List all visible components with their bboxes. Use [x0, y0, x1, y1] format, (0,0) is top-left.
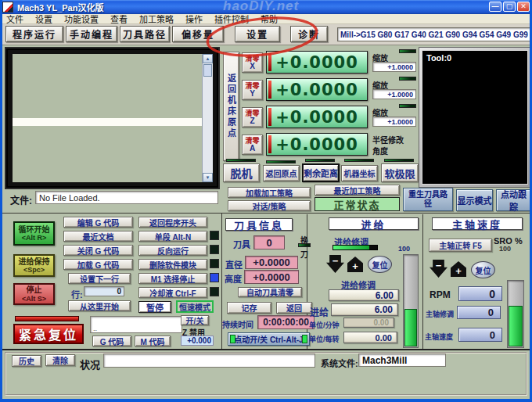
coolant-button[interactable]: 冷却液 Ctrl-F [138, 287, 207, 298]
estop-led [15, 316, 79, 321]
set-next-line-button[interactable]: 设置下一行 [68, 273, 131, 284]
feed-value[interactable]: 6.00 [331, 303, 398, 316]
ref-all-home-button[interactable]: 返回机床原点 [223, 52, 239, 161]
rpm-value[interactable]: 0 [458, 286, 502, 301]
cycle-start-button[interactable]: 循环开始 <Alt R> [13, 221, 55, 246]
reverse-run-button[interactable]: 反向运行 [138, 245, 207, 256]
machine-coords-button[interactable]: 机器坐标 [341, 165, 378, 181]
units-per-rev-value[interactable]: 0.00 [343, 332, 397, 343]
tool-dia-field[interactable]: +0.0000 [245, 256, 298, 269]
menu-item-wizards[interactable]: 加工策略 [139, 13, 174, 25]
dro-a[interactable]: +0.0000 [266, 133, 368, 156]
z-inhibit-value[interactable]: +0.000 [181, 336, 214, 346]
m1-optional-stop-button[interactable]: M1 选择停止 [138, 273, 207, 284]
scroll-down-icon[interactable]: ▼ [203, 173, 213, 182]
auto-tool-zero-button[interactable]: 自动刀具清零 [238, 287, 302, 297]
spindle-decrease-icon[interactable]: − [430, 260, 448, 278]
remember-button[interactable]: 记存 [227, 302, 271, 314]
spindle-override-value[interactable]: 0 [457, 306, 501, 319]
offline-button[interactable]: 脱机 [223, 163, 260, 182]
menu-item-config[interactable]: 设置 [35, 13, 52, 25]
jog-toggle-button[interactable]: 点动开/关 Ctrl-Alt-J [228, 332, 310, 346]
tab-toolpath[interactable]: 刀具路径 [120, 26, 170, 42]
zero-y-button[interactable]: 清零 Y [242, 80, 263, 100]
minimize-icon[interactable]: — [489, 2, 501, 12]
feed-hold-button[interactable]: 进给保持 <Spc> [13, 254, 55, 277]
feed-decrease-icon[interactable]: − [326, 255, 344, 273]
tab-offsets[interactable]: 偏移量 [172, 26, 224, 42]
recent-files-button[interactable]: 最近文档 [63, 231, 133, 242]
scrollbar-thumb[interactable] [203, 64, 212, 77]
edit-gcode-button[interactable]: 编辑 G 代码 [63, 217, 133, 228]
menu-item-file[interactable]: 文件 [6, 13, 23, 25]
ref-home-button[interactable]: 返回原点 [263, 165, 300, 181]
tab-diagnostics[interactable]: 诊断 [290, 26, 328, 42]
spindle-slider-fill[interactable] [509, 306, 523, 346]
spindle-speed-value[interactable]: 0 [458, 328, 502, 342]
gcode-list-button[interactable]: G 代码 [92, 336, 131, 346]
tool-number-field[interactable]: 0 [253, 235, 285, 249]
feed-override-slider[interactable] [403, 254, 419, 348]
toolpath-display[interactable]: Tool:0 [422, 50, 528, 185]
single-block-led [210, 231, 219, 240]
spindle-increase-icon[interactable]: + [451, 261, 466, 277]
feed-reset-button[interactable]: 复位 [368, 256, 392, 273]
dro-x[interactable]: +0.0000 [266, 51, 368, 74]
menu-item-help[interactable]: 帮助 [261, 13, 278, 25]
clear-status-button[interactable]: 清除 [45, 354, 75, 366]
dro-z[interactable]: +0.0000 [266, 106, 368, 128]
menu-item-view[interactable]: 查看 [110, 13, 128, 25]
estop-button[interactable]: 紧急复位 [13, 324, 84, 344]
display-mode-button[interactable]: 显示模式 [456, 189, 493, 211]
dialog-wizard-button[interactable]: 对话/策略 [228, 200, 311, 211]
load-gcode-button[interactable]: 加载 G 代码 [63, 259, 133, 270]
gcode-list[interactable] [13, 54, 202, 182]
tab-mdi[interactable]: 手动编程 [66, 26, 117, 42]
tab-program-run[interactable]: 程序运行 [5, 26, 63, 42]
tab-settings[interactable]: 设置 [235, 26, 280, 42]
return-button[interactable]: 返回 [276, 302, 312, 314]
dist-togo-button[interactable]: 剩余距离 [302, 163, 340, 182]
spindle-override-slider[interactable] [507, 280, 524, 348]
regen-toolpath-button[interactable]: 重生刀具路径 [403, 188, 453, 211]
rewind-button[interactable]: 返回程序开头 [138, 217, 207, 228]
scale-x-value[interactable]: +1.0000 [372, 62, 416, 72]
line-number-input[interactable]: 0 [84, 286, 124, 296]
load-wizard-button[interactable]: 加载加工策略 [228, 187, 311, 198]
stop-label: 停止 [27, 285, 42, 295]
zero-x-button[interactable]: 清零 X [242, 52, 263, 73]
remove-block-button[interactable]: 删除软件模块 [138, 259, 207, 270]
pause-button[interactable]: 暂停 [138, 301, 171, 313]
feed-override-value[interactable]: 6.00 [329, 289, 399, 301]
menu-item-operator[interactable]: 操作 [185, 13, 203, 25]
spindle-reset-button[interactable]: 复位 [471, 261, 495, 278]
scale-z-block: 缩放 +1.0000 [371, 104, 418, 128]
zero-z-button[interactable]: 清零 Z [242, 107, 263, 127]
tool-height-field[interactable]: +0.0000 [244, 270, 299, 284]
scale-z-value[interactable]: +1.0000 [372, 117, 416, 127]
cv-mode-button[interactable]: 恒速模式 [176, 300, 214, 313]
scale-y-value[interactable]: +1.0000 [372, 89, 416, 99]
feed-slider-fill[interactable] [404, 309, 417, 346]
menu-item-plugin-control[interactable]: 插件控制 [214, 13, 249, 25]
gcode-scrollbar[interactable]: ▲ ▼ [202, 54, 213, 182]
recent-wizard-button[interactable]: 最近加工策略 [315, 185, 400, 196]
menu-item-function-config[interactable]: 功能设置 [64, 13, 99, 25]
history-button[interactable]: 历史 [12, 355, 41, 367]
close-icon[interactable]: ✕ [517, 2, 530, 12]
spindle-cw-button[interactable]: 主轴正转 F5 [429, 239, 492, 252]
soft-limits-button[interactable]: 软极限 [381, 163, 419, 182]
maximize-icon[interactable]: ▢ [503, 2, 516, 12]
dro-y[interactable]: +0.0000 [266, 78, 368, 101]
close-gcode-button[interactable]: 关闭 G 代码 [63, 245, 133, 256]
feed-increase-icon[interactable]: + [347, 257, 363, 272]
mcode-list-button[interactable]: M 代码 [135, 336, 171, 346]
zero-a-button[interactable]: 清零 A [242, 135, 263, 155]
jog-follow-button[interactable]: 点动跟踪 [496, 189, 531, 211]
stop-button[interactable]: 停止 <Alt S> [13, 283, 55, 305]
file-path-field[interactable]: No File Loaded. [35, 191, 218, 204]
z-inhibit-toggle-button[interactable]: 开/关 [181, 315, 209, 325]
run-from-here-button[interactable]: 从这里开始 [68, 300, 131, 311]
single-block-button[interactable]: 单段 Alt-N [138, 231, 207, 242]
scroll-up-icon[interactable]: ▲ [203, 54, 213, 63]
